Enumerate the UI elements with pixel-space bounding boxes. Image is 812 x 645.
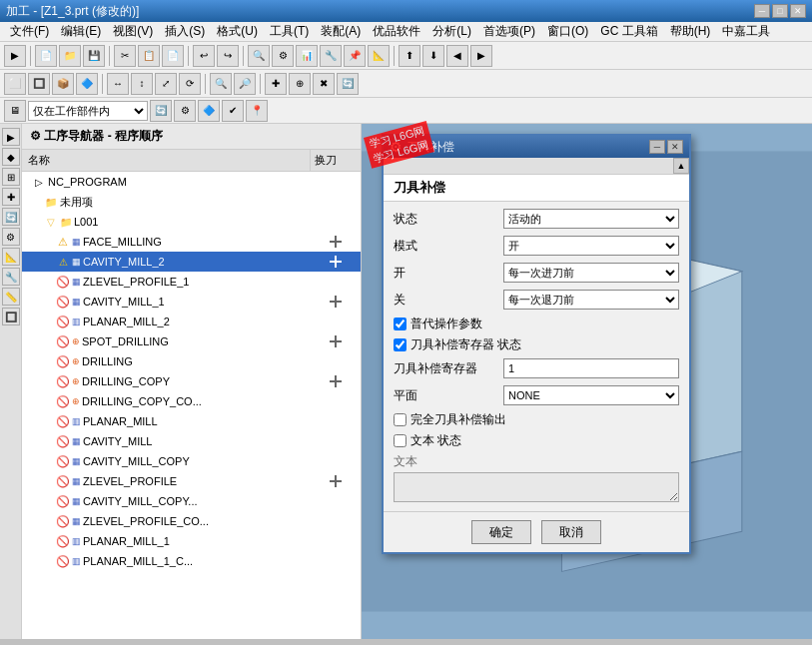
- side-btn-5[interactable]: 🔄: [2, 208, 20, 226]
- tree-item[interactable]: 🚫 ▥ PLANAR_MILL_1_C...: [22, 551, 361, 571]
- close-button[interactable]: ✕: [790, 4, 806, 18]
- tool-btn-11[interactable]: 📊: [296, 45, 318, 67]
- menu-analysis[interactable]: 分析(L): [426, 21, 477, 42]
- menu-premium[interactable]: 优品软件: [367, 21, 426, 42]
- side-btn-2[interactable]: ◆: [2, 148, 20, 166]
- tree-item-selected[interactable]: ⚠ ▦ CAVITY_MILL_2: [22, 252, 361, 272]
- tool2-btn-2[interactable]: 🔲: [28, 73, 50, 95]
- tool2-btn-4[interactable]: 🔷: [76, 73, 98, 95]
- tree-item[interactable]: 🚫 ⊕ DRILLING_COPY: [22, 371, 361, 391]
- side-btn-7[interactable]: 📐: [2, 248, 20, 266]
- side-btn-9[interactable]: 📏: [2, 288, 20, 306]
- menu-format[interactable]: 格式(U): [211, 21, 264, 42]
- tree-item[interactable]: 🚫 ▥ PLANAR_MILL_1: [22, 531, 361, 551]
- tool-btn-16[interactable]: ⬇: [422, 45, 444, 67]
- tree-item[interactable]: 🚫 ▦ ZLEVEL_PROFILE_1: [22, 272, 361, 292]
- tool2-btn-7[interactable]: ⤢: [155, 73, 177, 95]
- tree-item[interactable]: ▷ NC_PROGRAM: [22, 172, 361, 192]
- side-btn-3[interactable]: ⊞: [2, 168, 20, 186]
- tool3-btn-2[interactable]: 🔄: [150, 100, 172, 122]
- check2-checkbox[interactable]: [394, 338, 406, 351]
- dialog-min-button[interactable]: ─: [649, 140, 665, 154]
- tool2-btn-5[interactable]: ↔: [107, 73, 129, 95]
- tree-item[interactable]: 🚫 ▦ ZLEVEL_PROFILE: [22, 471, 361, 491]
- tree-item[interactable]: 🚫 ▦ CAVITY_MILL_COPY: [22, 451, 361, 471]
- menu-edit[interactable]: 编辑(E): [55, 21, 107, 42]
- tool-btn-8[interactable]: ↪: [217, 45, 239, 67]
- tool3-btn-6[interactable]: 📍: [246, 100, 268, 122]
- maximize-button[interactable]: □: [772, 4, 788, 18]
- menu-window[interactable]: 窗口(O): [541, 21, 594, 42]
- tool-btn-12[interactable]: 🔧: [320, 45, 342, 67]
- tool3-btn-3[interactable]: ⚙: [174, 100, 196, 122]
- confirm-button[interactable]: 确定: [471, 520, 531, 544]
- tool-btn-2[interactable]: 📁: [59, 45, 81, 67]
- tool3-btn-1[interactable]: 🖥: [4, 100, 26, 122]
- tree-item[interactable]: ⚠ ▦ FACE_MILLING: [22, 232, 361, 252]
- tool-btn-3[interactable]: 💾: [83, 45, 105, 67]
- cancel-button[interactable]: 取消: [541, 520, 601, 544]
- mode-select[interactable]: 开: [503, 236, 679, 256]
- tool2-btn-12[interactable]: ⊕: [289, 73, 311, 95]
- tool2-btn-11[interactable]: ✚: [265, 73, 287, 95]
- menu-assembly[interactable]: 装配(A): [315, 21, 367, 42]
- tree-item[interactable]: 📁 未用项: [22, 192, 361, 212]
- tree-item[interactable]: 🚫 ▦ CAVITY_MILL_1: [22, 292, 361, 312]
- check1-checkbox[interactable]: [394, 318, 406, 330]
- minimize-button[interactable]: ─: [754, 4, 770, 18]
- tool-btn-9[interactable]: 🔍: [248, 45, 270, 67]
- menu-insert[interactable]: 插入(S): [159, 21, 211, 42]
- tree-item[interactable]: ▽ 📁 L001: [22, 212, 361, 232]
- start-button[interactable]: ▶: [4, 45, 26, 67]
- tool-btn-5[interactable]: 📋: [138, 45, 160, 67]
- plane-select[interactable]: NONE: [503, 385, 679, 405]
- tree-item[interactable]: 🚫 ⊕ DRILLING: [22, 351, 361, 371]
- tool-btn-13[interactable]: 📌: [344, 45, 366, 67]
- tree-item[interactable]: 🚫 ▦ CAVITY_MILL_COPY...: [22, 491, 361, 511]
- register-input[interactable]: [503, 358, 679, 378]
- dialog-close-button[interactable]: ✕: [667, 140, 683, 154]
- check3-checkbox[interactable]: [394, 413, 406, 426]
- side-btn-1[interactable]: ▶: [2, 128, 20, 146]
- tree-item[interactable]: 🚫 ▦ ZLEVEL_PROFILE_CO...: [22, 511, 361, 531]
- tool2-btn-3[interactable]: 📦: [52, 73, 74, 95]
- tool-btn-7[interactable]: ↩: [193, 45, 215, 67]
- side-btn-8[interactable]: 🔧: [2, 268, 20, 286]
- tool2-btn-1[interactable]: ⬜: [4, 73, 26, 95]
- tree-item[interactable]: 🚫 ▦ CAVITY_MILL: [22, 431, 361, 451]
- tool-btn-6[interactable]: 📄: [162, 45, 184, 67]
- menu-tools[interactable]: 工具(T): [264, 21, 315, 42]
- tree-item[interactable]: 🚫 ▥ PLANAR_MILL_2: [22, 312, 361, 331]
- menu-file[interactable]: 文件(F): [4, 21, 55, 42]
- close-select[interactable]: 每一次退刀前: [503, 290, 679, 310]
- menu-gc[interactable]: GC 工具箱: [594, 21, 663, 42]
- tool2-btn-6[interactable]: ↕: [131, 73, 153, 95]
- status-select[interactable]: 活动的: [503, 209, 679, 229]
- menu-view[interactable]: 视图(V): [107, 21, 159, 42]
- side-btn-6[interactable]: ⚙: [2, 228, 20, 246]
- tree-item[interactable]: 🚫 ▥ PLANAR_MILL: [22, 411, 361, 431]
- filter-select[interactable]: 仅在工作部件内: [28, 101, 148, 121]
- tool-btn-18[interactable]: ▶: [470, 45, 492, 67]
- tool2-btn-9[interactable]: 🔍: [210, 73, 232, 95]
- tool-btn-17[interactable]: ◀: [446, 45, 468, 67]
- menu-preferences[interactable]: 首选项(P): [477, 21, 541, 42]
- scroll-up-btn[interactable]: ▲: [673, 158, 689, 174]
- tool-btn-1[interactable]: 📄: [35, 45, 57, 67]
- tool-btn-15[interactable]: ⬆: [399, 45, 420, 67]
- tree-item[interactable]: 🚫 ⊕ SPOT_DRILLING: [22, 331, 361, 351]
- tool-btn-14[interactable]: 📐: [368, 45, 390, 67]
- tree-item[interactable]: 🚫 ⊕ DRILLING_COPY_CO...: [22, 391, 361, 411]
- open-select[interactable]: 每一次进刀前: [503, 263, 679, 283]
- side-btn-4[interactable]: ✚: [2, 188, 20, 206]
- tool2-btn-8[interactable]: ⟳: [179, 73, 201, 95]
- menu-custom[interactable]: 中嘉工具: [716, 21, 776, 42]
- side-btn-10[interactable]: 🔲: [2, 308, 20, 325]
- menu-help[interactable]: 帮助(H): [664, 21, 717, 42]
- tree-body[interactable]: ▷ NC_PROGRAM 📁 未用项 ▽ 📁 L001 ⚠ ▦ FACE: [22, 172, 361, 639]
- tool3-btn-4[interactable]: 🔷: [198, 100, 220, 122]
- tool2-btn-14[interactable]: 🔄: [337, 73, 359, 95]
- tool-btn-10[interactable]: ⚙: [272, 45, 294, 67]
- tool3-btn-5[interactable]: ✔: [222, 100, 244, 122]
- text-area-input[interactable]: [394, 472, 679, 502]
